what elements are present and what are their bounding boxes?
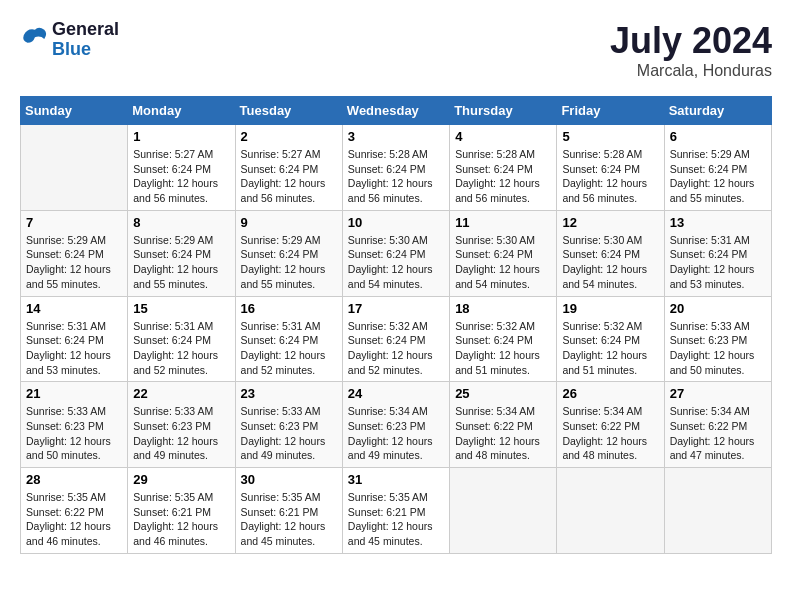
- calendar-cell: 30Sunrise: 5:35 AMSunset: 6:21 PMDayligh…: [235, 468, 342, 554]
- day-number: 9: [241, 215, 337, 230]
- calendar-cell: 3Sunrise: 5:28 AMSunset: 6:24 PMDaylight…: [342, 125, 449, 211]
- day-info: Sunrise: 5:31 AMSunset: 6:24 PMDaylight:…: [133, 319, 229, 378]
- day-info: Sunrise: 5:33 AMSunset: 6:23 PMDaylight:…: [133, 404, 229, 463]
- calendar-cell: 28Sunrise: 5:35 AMSunset: 6:22 PMDayligh…: [21, 468, 128, 554]
- calendar-cell: 13Sunrise: 5:31 AMSunset: 6:24 PMDayligh…: [664, 210, 771, 296]
- calendar-cell: 22Sunrise: 5:33 AMSunset: 6:23 PMDayligh…: [128, 382, 235, 468]
- day-info: Sunrise: 5:30 AMSunset: 6:24 PMDaylight:…: [562, 233, 658, 292]
- calendar-cell: [664, 468, 771, 554]
- day-info: Sunrise: 5:35 AMSunset: 6:21 PMDaylight:…: [133, 490, 229, 549]
- day-number: 12: [562, 215, 658, 230]
- day-info: Sunrise: 5:29 AMSunset: 6:24 PMDaylight:…: [26, 233, 122, 292]
- day-info: Sunrise: 5:31 AMSunset: 6:24 PMDaylight:…: [670, 233, 766, 292]
- logo-line1: General: [52, 20, 119, 40]
- day-number: 17: [348, 301, 444, 316]
- day-number: 8: [133, 215, 229, 230]
- column-header-thursday: Thursday: [450, 97, 557, 125]
- title-area: July 2024 Marcala, Honduras: [610, 20, 772, 80]
- day-info: Sunrise: 5:30 AMSunset: 6:24 PMDaylight:…: [348, 233, 444, 292]
- day-info: Sunrise: 5:32 AMSunset: 6:24 PMDaylight:…: [562, 319, 658, 378]
- calendar-cell: 19Sunrise: 5:32 AMSunset: 6:24 PMDayligh…: [557, 296, 664, 382]
- day-number: 13: [670, 215, 766, 230]
- day-info: Sunrise: 5:35 AMSunset: 6:21 PMDaylight:…: [241, 490, 337, 549]
- calendar-cell: 10Sunrise: 5:30 AMSunset: 6:24 PMDayligh…: [342, 210, 449, 296]
- week-row-4: 21Sunrise: 5:33 AMSunset: 6:23 PMDayligh…: [21, 382, 772, 468]
- calendar-cell: 24Sunrise: 5:34 AMSunset: 6:23 PMDayligh…: [342, 382, 449, 468]
- calendar-cell: 7Sunrise: 5:29 AMSunset: 6:24 PMDaylight…: [21, 210, 128, 296]
- calendar-cell: 15Sunrise: 5:31 AMSunset: 6:24 PMDayligh…: [128, 296, 235, 382]
- day-info: Sunrise: 5:32 AMSunset: 6:24 PMDaylight:…: [348, 319, 444, 378]
- day-number: 23: [241, 386, 337, 401]
- calendar-cell: 5Sunrise: 5:28 AMSunset: 6:24 PMDaylight…: [557, 125, 664, 211]
- calendar-cell: 31Sunrise: 5:35 AMSunset: 6:21 PMDayligh…: [342, 468, 449, 554]
- day-number: 10: [348, 215, 444, 230]
- day-info: Sunrise: 5:28 AMSunset: 6:24 PMDaylight:…: [562, 147, 658, 206]
- calendar-cell: 23Sunrise: 5:33 AMSunset: 6:23 PMDayligh…: [235, 382, 342, 468]
- main-title: July 2024: [610, 20, 772, 62]
- day-number: 29: [133, 472, 229, 487]
- calendar-header-row: SundayMondayTuesdayWednesdayThursdayFrid…: [21, 97, 772, 125]
- day-number: 18: [455, 301, 551, 316]
- page-header: General Blue July 2024 Marcala, Honduras: [20, 20, 772, 80]
- day-info: Sunrise: 5:28 AMSunset: 6:24 PMDaylight:…: [348, 147, 444, 206]
- day-number: 31: [348, 472, 444, 487]
- day-number: 1: [133, 129, 229, 144]
- calendar-cell: 20Sunrise: 5:33 AMSunset: 6:23 PMDayligh…: [664, 296, 771, 382]
- day-info: Sunrise: 5:34 AMSunset: 6:22 PMDaylight:…: [562, 404, 658, 463]
- column-header-tuesday: Tuesday: [235, 97, 342, 125]
- week-row-1: 1Sunrise: 5:27 AMSunset: 6:24 PMDaylight…: [21, 125, 772, 211]
- day-number: 16: [241, 301, 337, 316]
- calendar-cell: 2Sunrise: 5:27 AMSunset: 6:24 PMDaylight…: [235, 125, 342, 211]
- calendar-cell: 27Sunrise: 5:34 AMSunset: 6:22 PMDayligh…: [664, 382, 771, 468]
- calendar-cell: 25Sunrise: 5:34 AMSunset: 6:22 PMDayligh…: [450, 382, 557, 468]
- calendar-cell: 6Sunrise: 5:29 AMSunset: 6:24 PMDaylight…: [664, 125, 771, 211]
- calendar-cell: 21Sunrise: 5:33 AMSunset: 6:23 PMDayligh…: [21, 382, 128, 468]
- day-info: Sunrise: 5:30 AMSunset: 6:24 PMDaylight:…: [455, 233, 551, 292]
- day-number: 30: [241, 472, 337, 487]
- day-number: 6: [670, 129, 766, 144]
- day-info: Sunrise: 5:34 AMSunset: 6:22 PMDaylight:…: [670, 404, 766, 463]
- day-info: Sunrise: 5:29 AMSunset: 6:24 PMDaylight:…: [133, 233, 229, 292]
- day-number: 11: [455, 215, 551, 230]
- calendar-table: SundayMondayTuesdayWednesdayThursdayFrid…: [20, 96, 772, 554]
- logo-icon: [20, 26, 48, 54]
- calendar-cell: 4Sunrise: 5:28 AMSunset: 6:24 PMDaylight…: [450, 125, 557, 211]
- calendar-cell: 1Sunrise: 5:27 AMSunset: 6:24 PMDaylight…: [128, 125, 235, 211]
- day-number: 28: [26, 472, 122, 487]
- day-number: 24: [348, 386, 444, 401]
- day-info: Sunrise: 5:32 AMSunset: 6:24 PMDaylight:…: [455, 319, 551, 378]
- day-number: 4: [455, 129, 551, 144]
- day-info: Sunrise: 5:33 AMSunset: 6:23 PMDaylight:…: [241, 404, 337, 463]
- calendar-cell: 17Sunrise: 5:32 AMSunset: 6:24 PMDayligh…: [342, 296, 449, 382]
- day-number: 21: [26, 386, 122, 401]
- day-info: Sunrise: 5:29 AMSunset: 6:24 PMDaylight:…: [670, 147, 766, 206]
- day-info: Sunrise: 5:34 AMSunset: 6:23 PMDaylight:…: [348, 404, 444, 463]
- day-info: Sunrise: 5:33 AMSunset: 6:23 PMDaylight:…: [670, 319, 766, 378]
- column-header-sunday: Sunday: [21, 97, 128, 125]
- week-row-3: 14Sunrise: 5:31 AMSunset: 6:24 PMDayligh…: [21, 296, 772, 382]
- calendar-cell: [450, 468, 557, 554]
- day-info: Sunrise: 5:27 AMSunset: 6:24 PMDaylight:…: [241, 147, 337, 206]
- week-row-5: 28Sunrise: 5:35 AMSunset: 6:22 PMDayligh…: [21, 468, 772, 554]
- day-info: Sunrise: 5:31 AMSunset: 6:24 PMDaylight:…: [241, 319, 337, 378]
- day-info: Sunrise: 5:34 AMSunset: 6:22 PMDaylight:…: [455, 404, 551, 463]
- day-info: Sunrise: 5:33 AMSunset: 6:23 PMDaylight:…: [26, 404, 122, 463]
- week-row-2: 7Sunrise: 5:29 AMSunset: 6:24 PMDaylight…: [21, 210, 772, 296]
- calendar-cell: 29Sunrise: 5:35 AMSunset: 6:21 PMDayligh…: [128, 468, 235, 554]
- day-info: Sunrise: 5:28 AMSunset: 6:24 PMDaylight:…: [455, 147, 551, 206]
- day-number: 5: [562, 129, 658, 144]
- calendar-cell: 11Sunrise: 5:30 AMSunset: 6:24 PMDayligh…: [450, 210, 557, 296]
- day-number: 27: [670, 386, 766, 401]
- day-info: Sunrise: 5:35 AMSunset: 6:22 PMDaylight:…: [26, 490, 122, 549]
- calendar-cell: 26Sunrise: 5:34 AMSunset: 6:22 PMDayligh…: [557, 382, 664, 468]
- day-info: Sunrise: 5:29 AMSunset: 6:24 PMDaylight:…: [241, 233, 337, 292]
- column-header-saturday: Saturday: [664, 97, 771, 125]
- day-number: 7: [26, 215, 122, 230]
- calendar-cell: 14Sunrise: 5:31 AMSunset: 6:24 PMDayligh…: [21, 296, 128, 382]
- day-number: 25: [455, 386, 551, 401]
- day-number: 22: [133, 386, 229, 401]
- day-info: Sunrise: 5:35 AMSunset: 6:21 PMDaylight:…: [348, 490, 444, 549]
- day-info: Sunrise: 5:27 AMSunset: 6:24 PMDaylight:…: [133, 147, 229, 206]
- day-number: 20: [670, 301, 766, 316]
- calendar-cell: [21, 125, 128, 211]
